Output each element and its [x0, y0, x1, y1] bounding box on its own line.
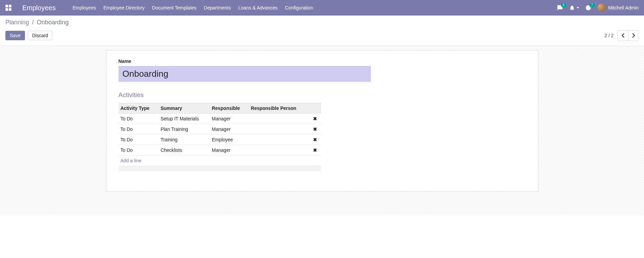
delete-row-button[interactable]: ✖	[309, 114, 321, 124]
add-line-link[interactable]: Add a line	[121, 158, 141, 163]
col-summary[interactable]: Summary	[158, 103, 210, 114]
breadcrumb-current: Onboarding	[37, 19, 69, 26]
cell-responsible[interactable]: Employee	[210, 135, 249, 145]
topbar: Employees Employees Employee Directory D…	[0, 0, 644, 16]
app-brand[interactable]: Employees	[22, 4, 56, 12]
nav-configuration[interactable]: Configuration	[285, 5, 313, 10]
table-row[interactable]: To DoSetup IT MaterialsManager✖	[119, 114, 321, 124]
nav-document-templates[interactable]: Document Templates	[152, 5, 196, 10]
user-name: Mitchell Admin	[608, 5, 639, 10]
nav-loans-advances[interactable]: Loans & Advances	[238, 5, 278, 10]
discard-button[interactable]: Discard	[28, 31, 52, 40]
name-input[interactable]	[119, 66, 371, 82]
cell-activity-type[interactable]: To Do	[119, 135, 159, 145]
cell-responsible-person[interactable]	[249, 114, 309, 124]
activities-clock-icon[interactable]: 7	[585, 5, 591, 11]
table-scroll-footer	[119, 166, 321, 171]
name-label: Name	[119, 58, 526, 64]
cell-summary[interactable]: Plan Training	[158, 124, 210, 135]
nav-departments[interactable]: Departments	[204, 5, 231, 10]
control-bar: Planning / Onboarding Save Discard 2 / 2	[0, 16, 644, 46]
apps-icon[interactable]	[5, 5, 11, 11]
delete-row-button[interactable]: ✖	[309, 124, 321, 135]
breadcrumb: Planning / Onboarding	[5, 19, 639, 26]
avatar	[597, 4, 606, 12]
cell-responsible-person[interactable]	[249, 124, 309, 135]
cell-responsible[interactable]: Manager	[210, 124, 249, 135]
col-activity-type[interactable]: Activity Type	[119, 103, 159, 114]
close-icon: ✖	[313, 137, 317, 142]
col-responsible[interactable]: Responsible	[210, 103, 249, 114]
table-row[interactable]: To DoTrainingEmployee✖	[119, 135, 321, 145]
nav-employees[interactable]: Employees	[73, 5, 96, 10]
cell-responsible-person[interactable]	[249, 135, 309, 145]
col-delete	[309, 103, 321, 114]
table-row[interactable]: To DoChecklistsManager✖	[119, 145, 321, 156]
cell-responsible[interactable]: Manager	[210, 145, 249, 156]
cell-responsible[interactable]: Manager	[210, 114, 249, 124]
pager: 2 / 2	[604, 30, 639, 41]
delete-row-button[interactable]: ✖	[309, 135, 321, 145]
cell-activity-type[interactable]: To Do	[119, 124, 159, 135]
messages-badge: 5	[561, 3, 566, 7]
breadcrumb-parent[interactable]: Planning	[5, 19, 29, 26]
col-responsible-person[interactable]: Responsible Person	[249, 103, 309, 114]
notifications-icon[interactable]	[569, 5, 579, 11]
activities-badge: 7	[589, 3, 595, 7]
cell-responsible-person[interactable]	[249, 145, 309, 156]
close-icon: ✖	[313, 126, 317, 132]
cell-summary[interactable]: Setup IT Materials	[158, 114, 210, 124]
pager-next-button[interactable]	[628, 30, 638, 41]
activities-section-title: Activities	[119, 91, 526, 99]
cell-activity-type[interactable]: To Do	[119, 145, 159, 156]
breadcrumb-separator: /	[32, 19, 34, 26]
chevron-down-icon	[576, 7, 579, 8]
user-menu[interactable]: Mitchell Admin	[597, 4, 639, 12]
messages-icon[interactable]: 5	[557, 5, 563, 11]
save-button[interactable]: Save	[5, 31, 25, 40]
cell-activity-type[interactable]: To Do	[119, 114, 159, 124]
nav-employee-directory[interactable]: Employee Directory	[103, 5, 145, 10]
cell-summary[interactable]: Training	[158, 135, 210, 145]
delete-row-button[interactable]: ✖	[309, 145, 321, 156]
pager-prev-button[interactable]	[618, 30, 628, 41]
pager-text: 2 / 2	[604, 33, 614, 38]
close-icon: ✖	[313, 116, 317, 121]
form-sheet: Name Activities Activity Type Summary Re…	[106, 50, 538, 192]
table-row[interactable]: To DoPlan TrainingManager✖	[119, 124, 321, 135]
main-nav: Employees Employee Directory Document Te…	[73, 5, 313, 10]
activities-table: Activity Type Summary Responsible Respon…	[119, 103, 321, 171]
close-icon: ✖	[313, 147, 317, 153]
form-canvas: Name Activities Activity Type Summary Re…	[0, 46, 644, 215]
cell-summary[interactable]: Checklists	[158, 145, 210, 156]
